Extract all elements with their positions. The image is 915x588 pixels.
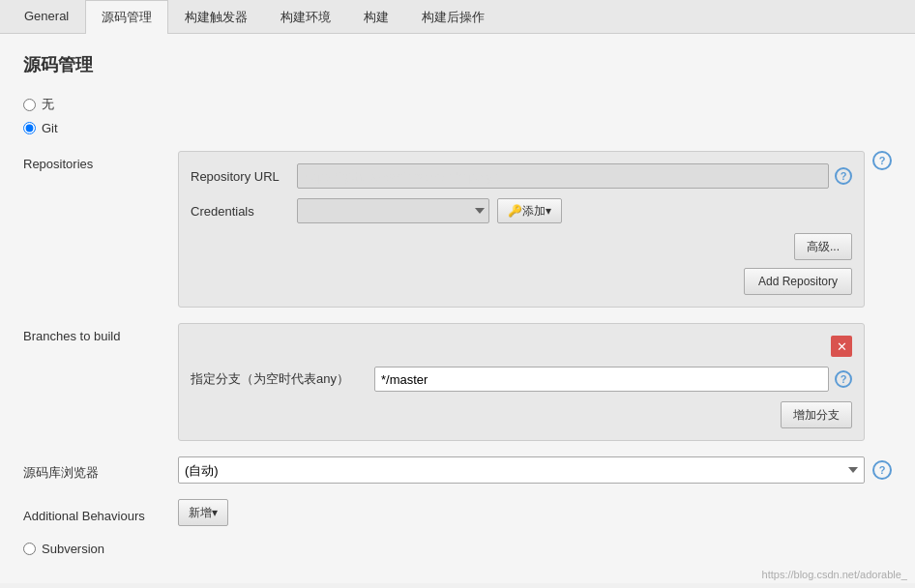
dropdown-arrow-icon: ▾: [546, 204, 551, 218]
radio-subversion[interactable]: [23, 543, 36, 555]
delete-branch-button[interactable]: ✕: [831, 336, 852, 357]
branch-field-label: 指定分支（为空时代表any）: [191, 370, 374, 388]
page-content: 源码管理 无 Git Repositories Repository URL ?: [0, 34, 915, 583]
add-repository-btn-row: Add Repository: [191, 268, 852, 295]
tab-bar: General 源码管理 构建触发器 构建环境 构建 构建后操作: [0, 0, 915, 34]
tab-post-build[interactable]: 构建后操作: [405, 0, 501, 34]
repo-url-label: Repository URL: [191, 169, 297, 184]
radio-subversion-option[interactable]: Subversion: [23, 542, 892, 556]
repositories-content: Repository URL ? Credentials ███████████…: [178, 151, 865, 308]
watermark: https://blog.csdn.net/adorable_: [762, 569, 907, 580]
branches-label: Branches to build: [23, 323, 178, 343]
branch-help-icon[interactable]: ?: [835, 370, 852, 388]
add-branch-btn-row: 增加分支: [191, 401, 852, 428]
advanced-button[interactable]: 高级...: [794, 233, 852, 260]
scm-radio-group: 无 Git: [23, 96, 892, 135]
repositories-label: Repositories: [23, 151, 178, 171]
add-branch-button[interactable]: 增加分支: [781, 401, 852, 428]
repositories-help-icon[interactable]: ?: [872, 151, 892, 170]
repositories-section: Repositories Repository URL ? Credential…: [23, 151, 892, 308]
new-behaviour-dropdown-icon: ▾: [212, 506, 218, 519]
repo-url-help-icon[interactable]: ?: [835, 167, 852, 185]
source-browser-section: 源码库浏览器 (自动) ?: [23, 456, 892, 484]
branch-field-row: 指定分支（为空时代表any） ?: [191, 367, 852, 392]
repo-url-input[interactable]: [297, 163, 829, 189]
credentials-label: Credentials: [191, 204, 297, 219]
radio-none-label: 无: [42, 96, 54, 113]
tab-source-mgmt[interactable]: 源码管理: [85, 0, 168, 34]
branches-section: Branches to build ✕ 指定分支（为空时代表any） ? 增加分…: [23, 323, 892, 441]
source-browser-label: 源码库浏览器: [23, 458, 178, 482]
credentials-row: Credentials ████████████████████ 🔑 添加 ▾: [191, 198, 852, 223]
advanced-btn-row: 高级...: [191, 233, 852, 260]
add-repository-button[interactable]: Add Repository: [744, 268, 852, 295]
branch-input[interactable]: [374, 367, 829, 392]
radio-none[interactable]: [23, 99, 36, 111]
new-behaviour-label: 新增: [189, 505, 212, 521]
radio-git[interactable]: [23, 122, 36, 134]
source-browser-select[interactable]: (自动): [178, 456, 865, 484]
tab-build[interactable]: 构建: [347, 0, 405, 34]
additional-behaviours-label: Additional Behaviours: [23, 503, 178, 523]
new-behaviour-button[interactable]: 新增 ▾: [178, 499, 228, 526]
radio-git-option[interactable]: Git: [23, 121, 892, 135]
add-credentials-label: 添加: [522, 203, 546, 220]
radio-git-label: Git: [42, 121, 58, 135]
key-icon: 🔑: [508, 204, 522, 218]
tab-general[interactable]: General: [8, 0, 85, 34]
credentials-select[interactable]: ████████████████████: [297, 198, 489, 223]
source-browser-help-icon[interactable]: ?: [872, 460, 892, 480]
additional-behaviours-section: Additional Behaviours 新增 ▾: [23, 499, 892, 526]
tab-build-trigger[interactable]: 构建触发器: [168, 0, 264, 34]
tab-build-env[interactable]: 构建环境: [264, 0, 347, 34]
radio-none-option[interactable]: 无: [23, 96, 892, 113]
radio-subversion-label: Subversion: [42, 542, 104, 556]
page-title: 源码管理: [23, 53, 892, 76]
repo-url-row: Repository URL ?: [191, 163, 852, 189]
branches-content: ✕ 指定分支（为空时代表any） ? 增加分支: [178, 323, 865, 441]
add-credentials-button[interactable]: 🔑 添加 ▾: [497, 198, 562, 223]
